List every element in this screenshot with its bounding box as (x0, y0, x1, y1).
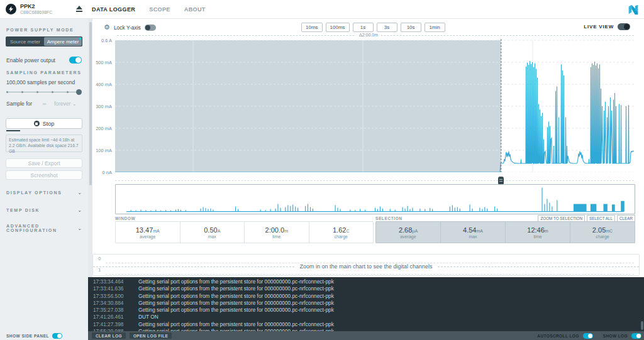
status-bar-right: CLEAR LOG OPEN LOG FILE AUTOSCROLL LOG S… (88, 331, 644, 340)
time-window-button-10ms[interactable]: 10ms (301, 23, 323, 32)
meter-mode-group: Source meter Ampere meter (6, 36, 82, 47)
device-serial: C8BC688698FC (20, 10, 52, 14)
live-view-toggle[interactable] (618, 23, 630, 30)
side-panel: POWER SUPPLY MODE Source meter Ampere me… (0, 19, 88, 331)
window-panel-label: WINDOW (115, 216, 135, 221)
stat-caption: time (272, 234, 280, 239)
stat-cell-max: 4.54mAmax (440, 222, 505, 243)
timeline-minimap[interactable] (115, 184, 635, 214)
chevron-down-icon: ⌄ (77, 190, 82, 195)
stat-value: 0.50A (204, 226, 220, 234)
lock-y-axis-label: Lock Y-axis (114, 25, 141, 31)
y-tick-label: 400 mA (91, 82, 112, 87)
gear-icon[interactable]: ⚙ (104, 24, 110, 31)
stat-cell-charge: 2.05mCcharge (570, 222, 635, 243)
log-entry: 17:33:41.636Getting serial port options … (88, 285, 639, 292)
section-display-options[interactable]: DISPLAY OPTIONS ⌄ (6, 190, 82, 195)
tab-scope[interactable]: SCOPE (149, 6, 170, 13)
stop-button[interactable]: Stop (6, 118, 82, 129)
live-view-label: LIVE VIEW (584, 24, 614, 30)
source-meter-button[interactable]: Source meter (6, 37, 44, 46)
chevron-down-icon: ⌄ (77, 226, 82, 231)
window-span-label: Δ2:00.0m (356, 33, 381, 37)
selection-stats-panel: 2.68µAaverage4.54mAmax12:46mtime2.05mCch… (375, 221, 635, 243)
chart-options-row: ⚙ Lock Y-axis (104, 24, 156, 31)
current-chart[interactable] (115, 39, 634, 172)
stat-caption: average (400, 234, 416, 239)
log-entry: 17:34:30.884Getting serial port options … (88, 300, 639, 307)
time-window-button-10s[interactable]: 10s (401, 23, 421, 32)
log-timestamp: 17:35:27.038 (88, 307, 127, 314)
log-message: DUT ON (127, 314, 158, 321)
save-export-button[interactable]: Save / Export (6, 158, 82, 168)
eject-device-icon[interactable] (75, 6, 83, 13)
digital-channel-0-label: 0 (98, 256, 101, 261)
digital-channels-message-row: Zoom in on the main chart to see the dig… (93, 263, 639, 270)
stat-caption: max (208, 234, 216, 239)
log-timestamp: 17:33:56.500 (88, 293, 127, 300)
log-timestamp: 17:41:26.461 (88, 314, 127, 321)
stat-caption: time (533, 234, 541, 239)
log-timestamp: 17:41:27.398 (88, 321, 127, 328)
stat-cell-time: 2:00.0mtime (244, 222, 309, 243)
time-window-button-1s[interactable]: 1s (353, 23, 374, 32)
open-log-file-button[interactable]: OPEN LOG FILE (130, 332, 172, 339)
log-message: Getting serial port options from the per… (127, 293, 334, 300)
show-side-panel-toggle[interactable] (52, 333, 62, 339)
log-timestamp: 17:34:30.884 (88, 300, 127, 307)
y-tick-label: 300 mA (91, 104, 112, 109)
stat-value: 2:00.0m (265, 226, 288, 234)
time-window-button-3s[interactable]: 3s (377, 23, 397, 32)
digital-channels-message: Zoom in on the main chart to see the dig… (294, 263, 437, 270)
time-window-button-1min[interactable]: 1min (425, 23, 445, 32)
log-message: Getting serial port options from the per… (127, 307, 334, 314)
section-advanced-configuration[interactable]: ADVANCED CONFIGURATION ⌄ (6, 224, 82, 233)
sample-for-value[interactable]: ∞ (42, 101, 46, 107)
log-message: Getting serial port options from the per… (127, 278, 334, 285)
y-tick-label: 0 nA (91, 170, 112, 175)
clear-log-button[interactable]: CLEAR LOG (92, 332, 126, 339)
tab-data-logger[interactable]: DATA LOGGER (92, 6, 135, 13)
app-window: PPK2 C8BC688698FC DATA LOGGER SCOPE ABOU… (0, 0, 644, 340)
y-tick-label: 200 mA (91, 126, 112, 131)
stat-caption: charge (596, 234, 609, 239)
section-temp-disk[interactable]: TEMP DISK ⌄ (6, 207, 82, 213)
time-window-buttons: 10ms100ms1s3s10s1min (301, 23, 445, 32)
power-supply-mode-title: POWER SUPPLY MODE (6, 28, 74, 32)
log-panel: 17:33:34.464Getting serial port options … (88, 277, 644, 331)
tab-about[interactable]: ABOUT (184, 6, 206, 13)
screenshot-button[interactable]: Screenshot (6, 170, 82, 180)
nordic-logo-icon (626, 3, 640, 16)
log-entry: 17:33:34.464Getting serial port options … (88, 278, 639, 285)
stat-value: 12:46m (527, 226, 548, 234)
live-view-control: LIVE VIEW (584, 23, 630, 30)
ampere-meter-button[interactable]: Ampere meter (44, 37, 82, 46)
lock-y-axis-toggle[interactable] (145, 25, 156, 31)
sample-for-unit-dropdown[interactable]: forever ⌄ (54, 101, 77, 107)
sample-rate-slider[interactable] (6, 89, 82, 96)
enable-power-output-toggle[interactable] (69, 57, 82, 63)
selection-panel-label: SELECTION (375, 216, 402, 221)
window-stats-panel: 13.47mAaverage0.50Amax2:00.0mtime1.62Cch… (115, 221, 374, 243)
app-bar: PPK2 C8BC688698FC DATA LOGGER SCOPE ABOU… (0, 0, 644, 19)
device-logo (6, 4, 16, 14)
sampling-parameters-title: SAMPLING PARAMETERS (6, 70, 82, 75)
log-scrollbar[interactable] (641, 321, 643, 330)
digital-channels-panel: 0 1 Zoom in on the main chart to see the… (92, 254, 640, 276)
autoscroll-log-toggle[interactable] (583, 333, 593, 339)
stop-icon (34, 121, 40, 126)
status-bar-left: SHOW SIDE PANEL (0, 331, 88, 340)
device-name: PPK2 (20, 3, 35, 9)
stat-cell-charge: 1.62Ccharge (309, 222, 374, 243)
log-entry: 17:41:26.461DUT ON (88, 314, 639, 321)
autoscroll-log-label: AUTOSCROLL LOG (537, 334, 579, 338)
time-window-button-100ms[interactable]: 100ms (326, 23, 350, 32)
stat-cell-time: 12:46mtime (505, 222, 570, 243)
enable-power-output-label: Enable power output (6, 57, 55, 63)
x-axis-line (115, 180, 634, 181)
slider-handle[interactable] (76, 89, 82, 95)
stat-cell-average: 2.68µAaverage (376, 222, 440, 243)
log-entry: 17:41:27.398Getting serial port options … (88, 321, 639, 328)
y-tick-label: 0.6 A (91, 38, 112, 43)
show-log-toggle[interactable] (631, 333, 641, 339)
